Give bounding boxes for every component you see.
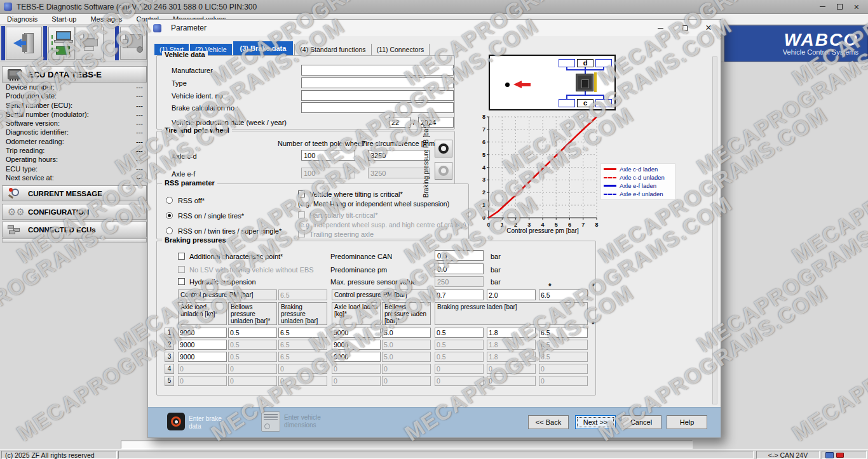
dialog-close-icon[interactable]: × — [696, 20, 721, 36]
parameter-dialog: Parameter × (1) Start (2) Vehicle (3) Br… — [147, 19, 721, 438]
cell-field[interactable] — [178, 340, 227, 350]
sidebar-item-connected-ecus[interactable]: CONNECTED ECUs — [2, 222, 147, 237]
rss-twin-label: RSS on / twin tires / super single* — [178, 227, 281, 235]
ecu-row: Next service at:--- — [2, 174, 147, 183]
predominance-pm-field[interactable] — [435, 263, 484, 274]
cell-field — [382, 376, 431, 386]
control-pressure-laden-field-3[interactable] — [539, 289, 588, 300]
radio-rss-twin[interactable] — [166, 227, 173, 234]
axle-cd-teeth-field[interactable] — [301, 150, 355, 161]
close-icon[interactable]: × — [854, 4, 859, 10]
ecu-row: Software version:--- — [2, 119, 147, 128]
maximize-icon[interactable] — [837, 4, 843, 10]
cell-field[interactable] — [435, 328, 484, 338]
statusbar-connection: <-> CAN 24V — [756, 451, 820, 459]
header-braking-laden: Braking pressure laden [bar] — [435, 302, 588, 325]
ecu-row: Trip reading:--- — [2, 147, 147, 156]
rss-single-label: RSS on / single tires* — [178, 212, 244, 220]
print-button[interactable] — [76, 27, 104, 60]
menu-messages[interactable]: Messages — [83, 15, 129, 23]
predominance-can-label: Predominance CAN — [330, 253, 392, 260]
ecu-value: --- — [136, 119, 143, 128]
dialog-maximize-icon[interactable] — [672, 20, 696, 36]
cell-field[interactable] — [332, 328, 381, 338]
exit-button[interactable] — [6, 27, 42, 60]
tire-select-button-cd[interactable] — [435, 140, 452, 157]
header-braking-unladen: Braking pressure unladen [bar] — [278, 302, 327, 325]
hydraulic-suspension-label: Hydraulic suspension — [189, 278, 256, 286]
cell-field — [487, 376, 536, 386]
vehicle-button[interactable] — [120, 27, 147, 60]
next-button[interactable]: Next >> — [575, 415, 616, 429]
checkbox-hydraulic-suspension[interactable] — [178, 278, 185, 285]
ecu-row: Odometer reading:--- — [2, 138, 147, 147]
exit-door-icon — [15, 33, 34, 53]
svg-text:7: 7 — [482, 126, 485, 133]
ecu-value: --- — [136, 165, 143, 174]
vehicle-schematic: d c — [489, 55, 616, 110]
cell-field[interactable] — [382, 328, 431, 338]
unit-label: bar — [491, 253, 501, 260]
control-pressure-laden-label: Control pressure PM [bar] — [332, 289, 431, 300]
predominance-can-field[interactable] — [435, 250, 484, 261]
cell-field[interactable] — [539, 328, 588, 338]
truck-icon — [123, 33, 144, 53]
connect-ecu-button[interactable] — [48, 27, 75, 60]
control-pressure-laden-field-1[interactable] — [435, 289, 484, 300]
dialog-scrollbar[interactable] — [712, 57, 717, 404]
control-pressure-row: Control pressure PM [bar] Control pressu… — [165, 289, 594, 300]
sidebar-item-configuration[interactable]: ⚙⚙ CONFIGURATION — [2, 204, 147, 220]
cell-field[interactable] — [178, 352, 227, 362]
modulator-stripe — [594, 72, 597, 92]
cell-field[interactable] — [278, 328, 327, 338]
cell-field[interactable] — [487, 328, 536, 338]
cell-field[interactable] — [228, 328, 277, 338]
brake-data-icon[interactable] — [167, 413, 185, 430]
ecu-data-header[interactable]: ECU DATA TEBS-E — [2, 66, 147, 83]
cell-field[interactable] — [178, 328, 227, 338]
menu-startup[interactable]: Start-up — [44, 15, 83, 23]
vehicle-dimensions-icon[interactable] — [261, 411, 280, 432]
axle-ef-teeth-field — [301, 168, 355, 178]
cancel-button[interactable]: Cancel — [621, 415, 661, 429]
ecu-value: --- — [136, 138, 143, 147]
production-week-field[interactable] — [389, 117, 410, 128]
additional-point-label: Additional characteristic point* — [189, 253, 283, 260]
ecu-label: Device number: — [6, 83, 55, 92]
cell-field[interactable] — [332, 340, 381, 350]
axle-cd-circumference-field[interactable] — [368, 150, 430, 161]
vehicle-ident-field[interactable] — [301, 90, 454, 101]
ebs-modulator-icon — [576, 74, 593, 91]
table-row: 4 — [165, 364, 594, 374]
teeth-column-label: Number of teeth pole wheel* — [278, 140, 366, 147]
checkbox-tilting-critical[interactable] — [298, 190, 305, 197]
control-pressure-laden-field-2[interactable] — [487, 289, 536, 300]
radio-rss-single[interactable] — [166, 212, 173, 219]
minimize-icon[interactable] — [820, 6, 825, 7]
tab-connectors[interactable]: (11) Connectors — [372, 44, 430, 55]
enter-brake-data-label: Enter brakedata — [189, 415, 233, 430]
tab-standard-functions[interactable]: (4) Standard functions — [294, 44, 371, 55]
menu-diagnosis[interactable]: Diagnosis — [0, 15, 44, 23]
sidebar-item-current-message[interactable]: CURRENT MESSAGE — [2, 185, 147, 201]
ecu-row: Device number:--- — [2, 83, 147, 92]
back-button[interactable]: << Back — [528, 415, 569, 429]
manufacturer-field[interactable] — [301, 65, 454, 76]
dialog-minimize-icon[interactable] — [648, 20, 672, 36]
cell-field — [435, 364, 484, 374]
brake-calc-field[interactable] — [301, 102, 454, 113]
help-button[interactable]: Help — [667, 415, 707, 429]
type-field[interactable] — [301, 77, 454, 88]
chart-legend: Axle c-d ladenAxle c-d unladenAxle e-f l… — [600, 163, 675, 200]
sidebar-panel-edge — [2, 238, 147, 243]
table-row: 2 — [165, 340, 594, 350]
date-separator: / — [413, 119, 415, 126]
wabco-logo: WABCO Vehicle Control Systems — [724, 25, 868, 62]
radio-rss-off[interactable] — [166, 197, 173, 204]
ecu-data-panel: Device number:--- Production date:--- Se… — [2, 83, 147, 183]
cell-field — [278, 352, 327, 362]
tab-brake-data[interactable]: (3) Brake data — [233, 41, 294, 55]
checkbox-additional-characteristic-point[interactable] — [178, 253, 185, 260]
sidebar-item-label: CURRENT MESSAGE — [28, 190, 102, 197]
cell-field[interactable] — [332, 352, 381, 362]
